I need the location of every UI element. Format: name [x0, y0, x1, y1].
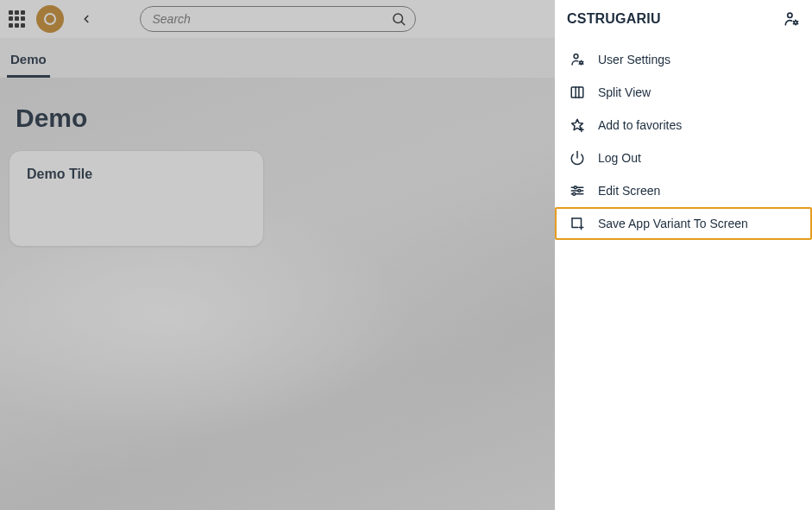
menu-item-label: Split View [598, 85, 651, 99]
menu-item-log-out[interactable]: Log Out [555, 142, 812, 174]
menu-item-label: Edit Screen [598, 184, 660, 198]
sliders-icon [570, 183, 585, 198]
panel-header: CSTRUGARIU [555, 0, 812, 38]
menu-item-label: Save App Variant To Screen [598, 217, 748, 230]
modal-overlay[interactable] [0, 0, 555, 510]
svg-point-4 [574, 54, 578, 59]
panel-menu: User Settings Split View Add to favo [555, 38, 812, 240]
menu-item-edit-screen[interactable]: Edit Screen [555, 174, 812, 207]
menu-item-save-app-variant[interactable]: Save App Variant To Screen [555, 207, 812, 240]
star-plus-icon [570, 117, 585, 133]
person-gear-icon [570, 52, 585, 67]
split-view-icon [570, 85, 585, 100]
power-icon [570, 150, 585, 166]
svg-point-14 [574, 186, 576, 189]
menu-item-label: Add to favorites [598, 118, 682, 132]
person-gear-icon [783, 10, 800, 28]
svg-rect-6 [571, 87, 583, 98]
menu-item-label: Log Out [598, 151, 641, 165]
menu-item-add-to-favorites[interactable]: Add to favorites [555, 109, 812, 142]
user-panel: CSTRUGARIU User Settings [555, 0, 812, 510]
menu-item-split-view[interactable]: Split View [555, 76, 812, 109]
user-settings-button[interactable] [783, 10, 800, 28]
svg-point-18 [573, 192, 576, 195]
menu-item-user-settings[interactable]: User Settings [555, 43, 812, 76]
panel-title: CSTRUGARIU [567, 11, 661, 27]
screen-plus-icon [570, 216, 585, 231]
svg-point-2 [788, 13, 792, 17]
menu-item-label: User Settings [598, 53, 670, 66]
svg-point-16 [578, 190, 581, 192]
